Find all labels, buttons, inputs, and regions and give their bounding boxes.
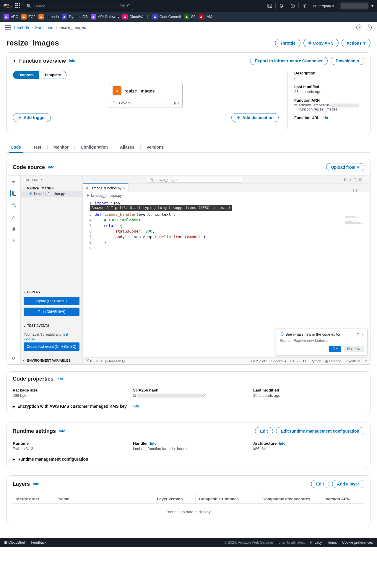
nav-fwd-icon[interactable]: → xyxy=(92,178,96,182)
more-icon[interactable]: ⋯ xyxy=(360,188,370,192)
tab-monitor[interactable]: Monitor xyxy=(53,142,69,152)
gear-icon[interactable]: ⚙ xyxy=(356,332,360,337)
service-lambda[interactable]: ◆Lambda xyxy=(38,14,59,20)
crumb-lambda[interactable]: Lambda xyxy=(14,25,29,30)
lambda-status[interactable]: ▣ Lambda xyxy=(325,359,341,363)
grid-icon[interactable]: ▦ xyxy=(358,178,362,182)
eol-status[interactable]: LF xyxy=(303,359,307,363)
tab-code[interactable]: Code xyxy=(11,142,21,152)
handler-info-link[interactable]: Info xyxy=(150,441,157,446)
menu-icon[interactable]: ☰ xyxy=(11,178,17,185)
minimap[interactable] xyxy=(345,216,369,233)
copy-icon[interactable]: ⧉ xyxy=(133,393,136,398)
url-info-link[interactable]: Info xyxy=(321,116,328,120)
layout-icon[interactable]: ◫ xyxy=(353,178,357,182)
cursor-position[interactable]: Ln 2, Col 1 xyxy=(251,359,268,363)
settings-icon[interactable] xyxy=(302,3,307,9)
region-selector[interactable]: N. Virginia ▾ xyxy=(313,4,334,8)
service-cloudwatch[interactable]: ◆CloudWatch xyxy=(122,14,150,20)
search-icon[interactable]: 🔍 xyxy=(11,202,17,208)
panel-icon[interactable]: ▭ xyxy=(348,178,352,182)
whats-new-ok-button[interactable]: OK xyxy=(329,346,341,352)
overview-info-link[interactable]: Info xyxy=(69,59,75,63)
services-grid-icon[interactable] xyxy=(15,3,21,9)
encryption-info-link[interactable]: Info xyxy=(133,404,139,408)
service-iam[interactable]: ◆IAM xyxy=(199,14,212,20)
notifications-icon[interactable] xyxy=(279,3,284,9)
env-vars-section[interactable]: ›ENVIRONMENT VARIABLES xyxy=(21,358,82,363)
code-source-info-link[interactable]: Info xyxy=(48,165,54,169)
cloudshell-link[interactable]: ▣ CloudShell xyxy=(4,540,25,545)
edit-runtime-mgmt-button[interactable]: Edit runtime management configuration xyxy=(276,427,364,435)
tab-configuration[interactable]: Configuration xyxy=(81,142,108,152)
layers-col-merge-order[interactable]: Merge order xyxy=(13,494,55,503)
toggle-diagram[interactable]: Diagram xyxy=(13,71,39,79)
help-icon[interactable]: ? xyxy=(290,3,295,9)
encryption-disclosure[interactable]: ▶ Encryption with AWS KMS customer manag… xyxy=(13,402,364,410)
language-status[interactable]: Python xyxy=(311,359,321,363)
file-lambda-function[interactable]: ❖lambda_function.py xyxy=(21,191,82,197)
add-layer-button[interactable]: Add a layer xyxy=(332,480,364,488)
cookie-link[interactable]: Cookie preferences xyxy=(342,540,373,545)
encoding-status[interactable]: UTF-8 xyxy=(290,359,300,363)
toggle-template[interactable]: Template xyxy=(39,71,66,79)
editor-tab[interactable]: ❖lambda_function.py× xyxy=(83,183,129,192)
add-destination-button[interactable]: ＋Add destination xyxy=(231,113,279,122)
service-codecommit[interactable]: ◆CodeCommit xyxy=(152,14,181,20)
amazon-q-status[interactable]: ▷ Amazon Q xyxy=(105,359,125,363)
lambda-icon[interactable]: λ xyxy=(11,237,17,244)
export-composer-button[interactable]: Export to Infrastructure Composer xyxy=(250,57,328,65)
test-events-section[interactable]: ⌄TEST EVENTS xyxy=(21,323,82,328)
layers-col-version-arn[interactable]: Version ARN xyxy=(322,494,364,503)
tab-test[interactable]: Test xyxy=(33,142,41,152)
service-dynamodb[interactable]: ◆DynamoDB xyxy=(62,14,88,20)
account-menu[interactable] xyxy=(340,3,368,9)
more-icon[interactable]: ⋯ xyxy=(76,178,79,182)
terms-link[interactable]: Terms xyxy=(327,540,337,545)
deploy-button[interactable]: Deploy (Ctrl+Shift+U) xyxy=(24,297,79,305)
editor-search[interactable]: 🔍resize_images xyxy=(148,177,242,183)
layers-col-name[interactable]: Name xyxy=(55,494,153,503)
info-icon[interactable]: ⓘ xyxy=(356,25,362,30)
whats-new-notnow-button[interactable]: Not now xyxy=(344,346,364,352)
test-button[interactable]: Test (Ctrl+Shift+I) xyxy=(24,308,79,316)
create-test-event-button[interactable]: Create test event (Ctrl+Shift+C) xyxy=(24,342,79,351)
warnings-count[interactable]: ⚠ 0 xyxy=(96,359,102,363)
indent-status[interactable]: Spaces: 4 xyxy=(271,359,286,363)
copy-arn-button[interactable]: ⧉Copy ARN xyxy=(303,39,339,47)
feedback-link[interactable]: Feedback xyxy=(31,540,46,545)
layers-col-compatible-runtimes[interactable]: Compatible runtimes xyxy=(196,494,259,503)
copy-icon[interactable]: ⧉ xyxy=(294,103,297,108)
split-icon[interactable]: ◧ xyxy=(343,178,347,182)
layers-col-compatible-architectures[interactable]: Compatible architectures xyxy=(259,494,322,503)
refresh-icon[interactable]: ⟳ xyxy=(366,25,372,30)
layout-status[interactable]: Layout: us xyxy=(345,359,360,363)
global-search[interactable]: 🔍 [Alt+S] xyxy=(24,2,133,10)
tab-aliases[interactable]: Aliases xyxy=(120,142,134,152)
layers-info-link[interactable]: Info xyxy=(33,482,39,486)
extensions-icon[interactable]: ▣ xyxy=(11,225,17,232)
edit-runtime-button[interactable]: Edit xyxy=(255,427,273,435)
edit-layers-button[interactable]: Edit xyxy=(311,480,329,488)
tab-versions[interactable]: Versions xyxy=(147,142,164,152)
collapse-icon[interactable]: ▼ xyxy=(13,59,16,63)
explorer-icon[interactable] xyxy=(10,190,17,196)
aws-logo[interactable]: aws xyxy=(4,3,12,9)
function-diagram-box[interactable]: λ resize_images ☰ Layers (0) xyxy=(109,83,183,108)
cloudshell-icon[interactable] xyxy=(267,3,272,9)
side-nav-toggle[interactable] xyxy=(5,25,11,30)
service-api-gateway[interactable]: ◆API Gateway xyxy=(91,14,119,20)
add-trigger-button[interactable]: ＋Add trigger xyxy=(13,113,51,122)
split-editor-icon[interactable]: ◫ xyxy=(350,188,360,192)
fullscreen-icon[interactable]: ⛶ xyxy=(363,178,367,182)
layers-col-layer-version[interactable]: Layer version xyxy=(153,494,196,503)
deploy-section[interactable]: ⌄DEPLOY xyxy=(21,289,82,295)
gear-icon[interactable]: ⚙ xyxy=(11,355,17,361)
upload-from-button[interactable]: Upload from ▾ xyxy=(326,163,364,171)
nav-back-icon[interactable]: ← xyxy=(86,178,89,182)
close-icon[interactable]: × xyxy=(362,332,364,337)
arch-info-link[interactable]: Info xyxy=(279,441,285,446)
project-folder[interactable]: ⌄RESIZE_IMAGES xyxy=(21,186,82,191)
throttle-button[interactable]: Throttle xyxy=(275,39,300,47)
editor-breadcrumb[interactable]: ❖lambda_function.py xyxy=(83,192,370,199)
